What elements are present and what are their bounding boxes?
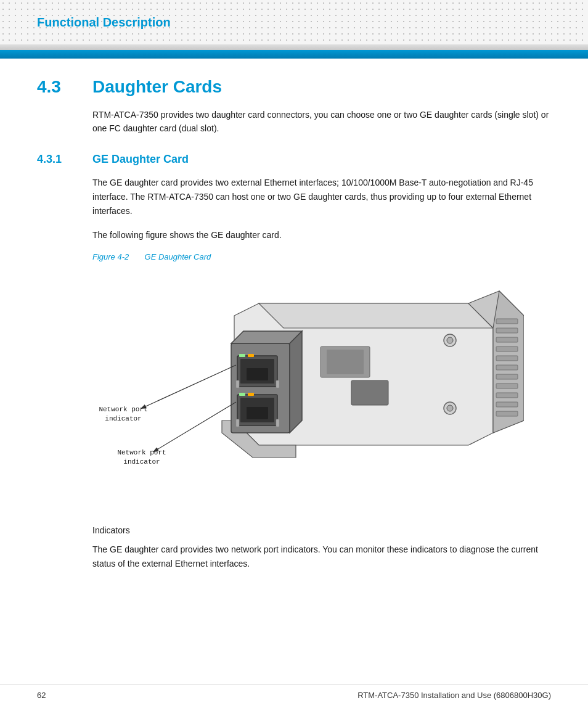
label-network-port-1: Network port bbox=[99, 406, 147, 413]
ge-daughter-card-diagram: Network port indicator Network port indi… bbox=[92, 273, 524, 501]
gray-bar bbox=[0, 44, 588, 50]
section-number: 4.3 bbox=[37, 77, 80, 97]
subsection-title: GE Daughter Card bbox=[92, 153, 189, 166]
page-header: Functional Description bbox=[0, 0, 588, 59]
svg-rect-7 bbox=[496, 347, 518, 351]
page-title: Functional Description bbox=[37, 15, 171, 30]
svg-marker-1 bbox=[259, 303, 493, 328]
svg-point-16 bbox=[447, 337, 453, 343]
svg-rect-6 bbox=[496, 337, 518, 342]
svg-rect-5 bbox=[496, 328, 518, 333]
page-footer: 62 RTM-ATCA-7350 Installation and Use (6… bbox=[0, 684, 588, 706]
indicators-heading: Indicators bbox=[92, 525, 551, 535]
svg-rect-34 bbox=[276, 380, 279, 388]
body-text-2: The following figure shows the GE daught… bbox=[92, 228, 551, 242]
svg-rect-4 bbox=[496, 319, 518, 324]
section-intro: RTM-ATCA-7350 provides two daughter card… bbox=[92, 108, 551, 136]
section-heading: 4.3 Daughter Cards bbox=[37, 77, 551, 97]
svg-rect-33 bbox=[236, 380, 239, 388]
svg-rect-38 bbox=[327, 350, 364, 374]
svg-rect-26 bbox=[239, 354, 245, 357]
svg-rect-12 bbox=[496, 393, 518, 398]
svg-rect-9 bbox=[496, 365, 518, 370]
label-network-port-2: Network port bbox=[117, 449, 166, 456]
svg-rect-8 bbox=[496, 356, 518, 361]
section-title: Daughter Cards bbox=[92, 77, 222, 97]
figure-title: GE Daughter Card bbox=[145, 252, 211, 261]
svg-rect-27 bbox=[248, 354, 254, 357]
subsection-heading: 4.3.1 GE Daughter Card bbox=[37, 153, 551, 166]
figure-caption: Figure 4-2 GE Daughter Card bbox=[92, 252, 551, 261]
main-content: 4.3 Daughter Cards RTM-ATCA-7350 provide… bbox=[0, 59, 588, 614]
svg-line-40 bbox=[142, 365, 236, 408]
diagram-container: Network port indicator Network port indi… bbox=[92, 273, 551, 507]
svg-rect-14 bbox=[496, 411, 518, 416]
svg-rect-36 bbox=[276, 419, 279, 427]
svg-point-18 bbox=[447, 405, 453, 411]
label-indicator-2: indicator bbox=[123, 458, 160, 466]
svg-marker-22 bbox=[290, 331, 302, 433]
svg-rect-11 bbox=[496, 384, 518, 388]
blue-bar bbox=[0, 50, 588, 59]
svg-rect-39 bbox=[351, 380, 388, 405]
svg-rect-30 bbox=[247, 407, 268, 419]
svg-rect-31 bbox=[239, 393, 245, 396]
figure-label: Figure 4-2 bbox=[92, 252, 129, 261]
body-text-1: The GE daughter card provides two extern… bbox=[92, 176, 551, 218]
label-indicator-1: indicator bbox=[105, 415, 141, 422]
footer-page-number: 62 bbox=[37, 691, 46, 700]
header-title-bar: Functional Description bbox=[0, 0, 588, 44]
svg-rect-35 bbox=[236, 419, 239, 427]
svg-rect-10 bbox=[496, 374, 518, 379]
svg-rect-13 bbox=[496, 402, 518, 407]
subsection-number: 4.3.1 bbox=[37, 153, 80, 166]
indicators-text: The GE daughter card provides two networ… bbox=[92, 543, 551, 571]
svg-rect-25 bbox=[247, 368, 268, 380]
footer-doc-title: RTM-ATCA-7350 Installation and Use (6806… bbox=[357, 691, 551, 700]
svg-rect-32 bbox=[248, 393, 254, 396]
